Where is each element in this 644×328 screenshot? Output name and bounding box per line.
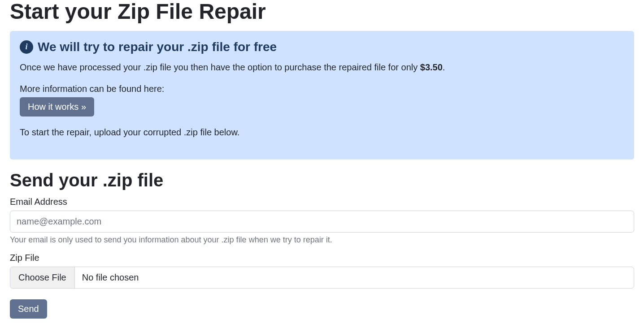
zipfile-label: Zip File xyxy=(10,253,634,263)
how-it-works-button[interactable]: How it works » xyxy=(20,97,94,117)
alert-desc-suffix: . xyxy=(443,62,445,72)
email-helper-text: Your email is only used to send you info… xyxy=(10,235,634,245)
alert-title-row: i We will try to repair your .zip file f… xyxy=(20,40,624,54)
page-title: Start your Zip File Repair xyxy=(10,0,634,24)
file-input-row: Choose File No file chosen xyxy=(10,267,634,289)
info-icon: i xyxy=(20,40,33,54)
alert-title-text: We will try to repair your .zip file for… xyxy=(38,40,277,54)
alert-more-info: More information can be found here: xyxy=(20,82,624,95)
alert-desc-prefix: Once we have processed your .zip file yo… xyxy=(20,62,420,72)
form-heading: Send your .zip file xyxy=(10,170,634,190)
alert-instruction: To start the repair, upload your corrupt… xyxy=(20,125,624,139)
info-alert: i We will try to repair your .zip file f… xyxy=(10,31,634,160)
send-button[interactable]: Send xyxy=(10,299,47,319)
email-field[interactable] xyxy=(10,211,634,233)
alert-description: Once we have processed your .zip file yo… xyxy=(20,60,624,74)
choose-file-button[interactable]: Choose File xyxy=(10,267,75,288)
alert-price: $3.50 xyxy=(420,62,443,72)
file-status-text: No file chosen xyxy=(75,267,634,288)
email-label: Email Address xyxy=(10,197,634,207)
